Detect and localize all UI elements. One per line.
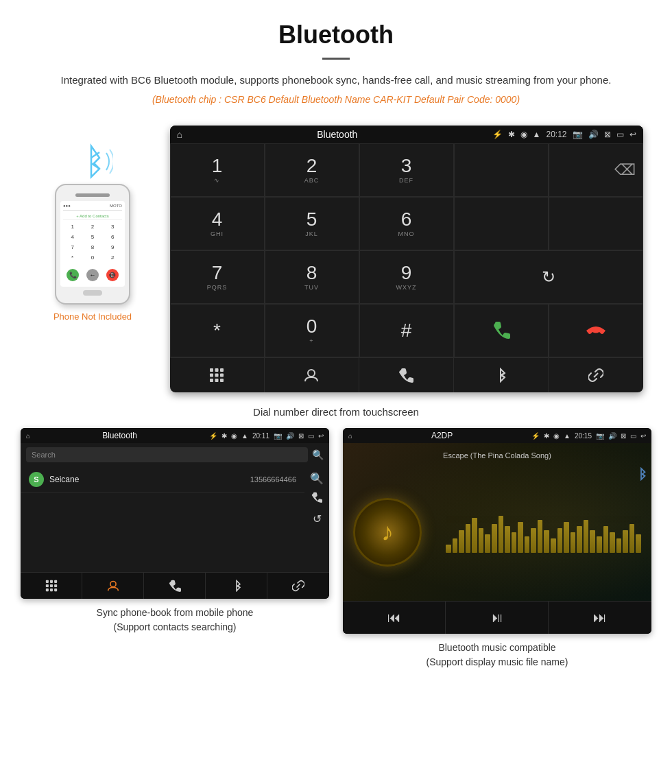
music-next-button[interactable]: ⏭ [549, 602, 651, 634]
header-description: Integrated with BC6 Bluetooth module, su… [41, 72, 631, 88]
dial-key-0[interactable]: 0 + [265, 304, 359, 357]
pb-bluetooth-icon [230, 580, 243, 592]
music-screenshot-item: ⌂ A2DP ⚡ ✱ ◉ ▲ 20:15 📷 🔊 ⊠ ▭ ↩ Escape (T… [343, 428, 651, 669]
svg-rect-2 [220, 368, 224, 372]
music-song-title: Escape (The Pina Colada Song) [443, 451, 551, 460]
car-bottom-bluetooth[interactable] [454, 358, 549, 392]
phonebook-caption: Sync phone-book from mobile phone(Suppor… [97, 606, 254, 634]
dial-num-0: 0 [307, 317, 317, 336]
car-bottom-keypad[interactable] [170, 358, 265, 392]
pb-bottom-link[interactable] [267, 573, 329, 599]
car-bottom-contacts[interactable] [265, 358, 359, 392]
dial-letters-7: PQRS [207, 284, 228, 291]
phone-home-button[interactable] [83, 290, 102, 296]
dial-key-9[interactable]: 9 WXYZ [359, 250, 454, 304]
phone-key-2[interactable]: 2 [83, 222, 101, 231]
eq-bar [453, 538, 458, 553]
eq-bar [544, 530, 549, 553]
phone-key-star[interactable]: * [63, 253, 82, 262]
svg-rect-10 [45, 580, 48, 583]
pb-right-call-icon[interactable] [310, 492, 324, 506]
dial-num-6: 6 [401, 210, 412, 229]
phone-key-3[interactable]: 3 [104, 222, 122, 231]
dial-reload[interactable]: ↻ [454, 250, 643, 304]
music-play-pause-button[interactable]: ⏯ [446, 602, 549, 634]
dial-call-button[interactable] [454, 304, 549, 357]
dial-backspace[interactable]: ⌫ [549, 143, 643, 197]
music-close-icon[interactable]: ⊠ [621, 432, 626, 440]
phone-key-7[interactable]: 7 [63, 243, 82, 252]
dial-key-1[interactable]: 1 ∿ [170, 143, 265, 197]
dial-key-7[interactable]: 7 PQRS [170, 250, 265, 304]
pb-bottom-phone[interactable] [144, 573, 206, 599]
dial-key-6[interactable]: 6 MNO [359, 197, 454, 250]
eq-bar [492, 524, 497, 553]
phone-key-hash[interactable]: # [104, 253, 122, 262]
keypad-icon [209, 368, 224, 383]
pb-usb-icon: ⚡ [209, 432, 217, 440]
eq-bar [603, 526, 609, 553]
dial-section: ●●●MOTO + Add to Contacts 1 2 3 4 5 6 7 … [0, 119, 672, 399]
phone-keypad: 1 2 3 4 5 6 7 8 9 * 0 # [63, 222, 122, 262]
window-icon[interactable]: ▭ [616, 130, 624, 139]
pb-right-search-icon[interactable]: 🔍 [310, 472, 324, 485]
music-home-icon[interactable]: ⌂ [348, 432, 352, 440]
pb-close-icon[interactable]: ⊠ [298, 432, 304, 440]
music-note-icon: ♪ [381, 518, 394, 547]
pb-contacts-list: S Seicane 13566664466 [21, 466, 304, 531]
back-icon[interactable]: ↩ [629, 130, 636, 139]
pb-bottom-bluetooth[interactable] [206, 573, 267, 599]
music-back-icon[interactable]: ↩ [640, 432, 646, 440]
pb-right-icons: 🔍 ↺ [304, 466, 329, 531]
pb-back-icon[interactable]: ↩ [318, 432, 324, 440]
phone-key-5[interactable]: 5 [83, 233, 101, 241]
home-icon[interactable]: ⌂ [177, 129, 182, 140]
svg-rect-1 [215, 368, 219, 372]
car-bottom-phone[interactable] [359, 358, 454, 392]
volume-icon: 🔊 [588, 130, 599, 139]
pb-bottom-keypad[interactable] [21, 573, 82, 599]
pb-search-input[interactable]: Search [26, 447, 308, 462]
dial-end-button[interactable] [549, 304, 643, 357]
close-icon[interactable]: ⊠ [604, 130, 611, 139]
car-bottom-link[interactable] [549, 358, 643, 392]
eq-bar [584, 520, 589, 553]
eq-bar [466, 524, 471, 553]
dial-key-hash[interactable]: # [359, 304, 454, 357]
dial-key-star[interactable]: * [170, 304, 265, 357]
pb-home-icon[interactable]: ⌂ [26, 432, 30, 440]
eq-bar [551, 538, 556, 553]
dial-key-8[interactable]: 8 TUV [265, 250, 359, 304]
pb-win-icon[interactable]: ▭ [308, 432, 314, 440]
pb-vol-icon: 🔊 [286, 432, 294, 440]
music-prev-button[interactable]: ⏮ [343, 602, 446, 634]
pb-cam-icon: 📷 [274, 432, 282, 440]
phone-key-4[interactable]: 4 [63, 233, 82, 241]
phone-back-button[interactable]: ← [86, 269, 99, 281]
pb-right-refresh-icon[interactable]: ↺ [310, 512, 324, 525]
eq-bar [616, 538, 622, 553]
dial-key-5[interactable]: 5 JKL [265, 197, 359, 250]
pb-search-button[interactable]: 🔍 [312, 449, 324, 460]
phone-key-8[interactable]: 8 [83, 243, 101, 252]
pb-content: S Seicane 13566664466 🔍 ↺ [21, 466, 329, 531]
pb-contact-row[interactable]: S Seicane 13566664466 [21, 466, 304, 493]
dial-num-1: 1 [212, 156, 223, 176]
dial-caption: Dial number direct from touchscreen [0, 399, 672, 428]
dial-key-3[interactable]: 3 DEF [359, 143, 454, 197]
pb-bottom-contacts-active[interactable] [82, 573, 144, 599]
dial-key-4[interactable]: 4 GHI [170, 197, 265, 250]
dial-key-2[interactable]: 2 ABC [265, 143, 359, 197]
phone-key-1[interactable]: 1 [63, 222, 82, 231]
svg-rect-11 [49, 580, 52, 583]
eq-bar [505, 526, 510, 553]
svg-rect-0 [210, 368, 213, 372]
phone-key-0[interactable]: 0 [83, 253, 101, 262]
music-win-icon[interactable]: ▭ [630, 432, 636, 440]
pb-contact-avatar: S [29, 472, 44, 487]
phone-key-6[interactable]: 6 [104, 233, 122, 241]
phone-call-button[interactable]: 📞 [67, 269, 79, 281]
svg-rect-14 [49, 584, 52, 587]
phone-end-button[interactable]: 📵 [106, 269, 119, 281]
phone-key-9[interactable]: 9 [104, 243, 122, 252]
